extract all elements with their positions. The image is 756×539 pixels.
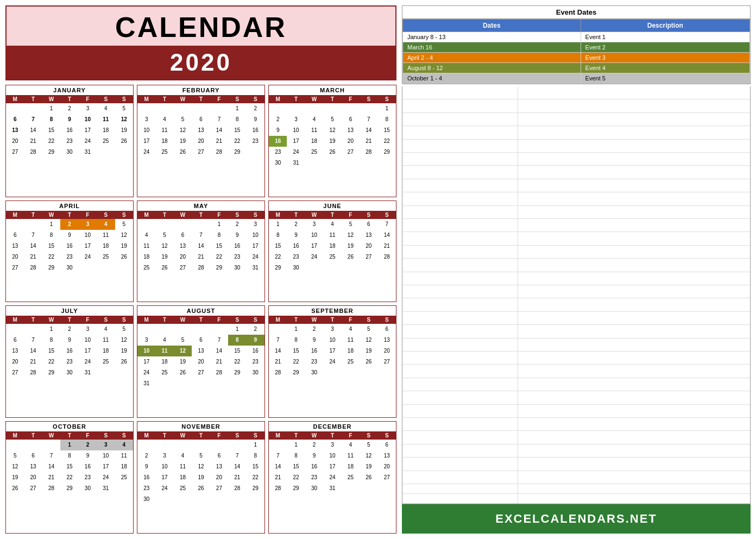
day-cell: 28 <box>360 147 377 158</box>
day-header: F <box>210 95 228 103</box>
month-calendar-june: JUNEMTWTFSS12345678910111213141516171819… <box>268 200 396 302</box>
day-cell-empty <box>137 324 155 335</box>
note-desc-cell <box>518 484 750 493</box>
day-cell: 21 <box>192 252 210 262</box>
day-cell: 17 <box>323 461 341 472</box>
day-header: S <box>360 95 377 103</box>
note-row <box>402 494 750 504</box>
month-header: JULY <box>6 306 133 316</box>
month-header: FEBRUARY <box>137 85 264 95</box>
day-cell: 1 <box>287 440 305 450</box>
day-cell: 25 <box>323 252 341 262</box>
day-header: S <box>378 95 396 103</box>
day-cell: 10 <box>305 230 323 241</box>
day-cell: 5 <box>115 103 133 114</box>
event-description-cell: Event 4 <box>581 63 749 73</box>
month-calendar-october: OCTOBERMTWTFSS12345678910111213141516171… <box>5 421 134 534</box>
month-calendar-january: JANUARYMTWTFSS12345678910111213141516171… <box>5 85 134 197</box>
note-row <box>402 325 750 338</box>
day-cell: 24 <box>323 472 341 483</box>
day-cell: 2 <box>247 103 264 114</box>
month-calendar-august: AUGUSTMTWTFSS123456789101112131415161718… <box>137 305 265 418</box>
day-cell: 3 <box>323 324 341 335</box>
day-cell: 29 <box>378 147 396 158</box>
day-cell: 2 <box>60 219 78 230</box>
note-row <box>402 166 750 179</box>
day-header: W <box>42 95 60 103</box>
note-date-cell <box>402 365 518 377</box>
day-cell: 1 <box>247 440 264 450</box>
day-cell: 22 <box>42 136 60 147</box>
day-cell: 22 <box>228 356 246 367</box>
note-date-cell <box>402 431 518 443</box>
day-header: T <box>323 211 341 219</box>
days-grid: 1234567891011121314151617181920212223242… <box>269 103 396 168</box>
day-cell: 31 <box>247 262 264 273</box>
day-cell: 27 <box>6 367 24 378</box>
day-cell: 27 <box>6 262 24 273</box>
day-cell: 19 <box>115 125 133 136</box>
day-cell: 28 <box>210 147 228 158</box>
day-cell: 14 <box>210 125 228 136</box>
month-header: DECEMBER <box>269 422 396 431</box>
day-cell-empty <box>97 147 115 158</box>
day-cell: 1 <box>287 324 305 335</box>
day-cell: 5 <box>115 219 133 230</box>
day-cell: 21 <box>24 136 42 147</box>
day-cell: 3 <box>137 335 155 346</box>
day-cell: 15 <box>247 461 264 472</box>
day-header: M <box>6 211 24 219</box>
day-cell: 11 <box>115 450 133 461</box>
event-dates-cell: August 8 - 12 <box>403 63 581 73</box>
day-cell: 9 <box>79 450 97 461</box>
day-header: F <box>210 316 228 324</box>
day-cell: 3 <box>287 114 305 125</box>
day-cell-empty <box>305 103 323 114</box>
day-header: T <box>60 211 78 219</box>
day-cell: 7 <box>210 335 228 346</box>
note-row <box>402 352 750 365</box>
day-cell: 19 <box>174 356 192 367</box>
day-cell: 3 <box>155 450 173 461</box>
month-calendar-december: DECEMBERMTWTFSS1234567891011121314151617… <box>268 421 396 534</box>
event-dates-cell: March 16 <box>403 42 581 53</box>
day-cell: 6 <box>360 219 377 230</box>
day-cell: 14 <box>210 346 228 356</box>
day-cell-empty <box>210 440 228 450</box>
note-date-cell <box>402 259 518 271</box>
day-cell: 28 <box>228 483 246 494</box>
day-cell: 20 <box>378 461 396 472</box>
day-cell: 16 <box>287 241 305 252</box>
day-cell: 23 <box>228 252 246 262</box>
day-cell: 15 <box>378 125 396 136</box>
day-cell: 6 <box>6 230 24 241</box>
note-date-cell <box>402 86 518 99</box>
day-cell-empty <box>228 494 246 505</box>
note-desc-cell <box>518 153 750 165</box>
month-header: AUGUST <box>137 306 264 316</box>
day-cell: 5 <box>342 219 360 230</box>
day-cell: 18 <box>97 241 115 252</box>
note-row <box>402 365 750 378</box>
day-headers: MTWTFSS <box>137 211 264 219</box>
day-cell: 27 <box>192 147 210 158</box>
day-cell-empty <box>269 440 287 450</box>
day-header: S <box>97 211 115 219</box>
day-header: W <box>42 431 60 440</box>
day-cell: 23 <box>60 252 78 262</box>
note-row <box>402 86 750 99</box>
day-cell: 12 <box>174 346 192 356</box>
main-container: CALENDAR 2020 JANUARYMTWTFSS123456789101… <box>0 0 756 539</box>
day-cell: 28 <box>192 262 210 273</box>
month-calendar-april: APRILMTWTFSS1234567891011121314151617181… <box>5 200 134 302</box>
day-header: M <box>137 95 155 103</box>
day-cell: 14 <box>24 125 42 136</box>
day-cell: 20 <box>210 472 228 483</box>
day-cell: 24 <box>79 136 97 147</box>
day-cell: 6 <box>192 114 210 125</box>
day-header: T <box>287 316 305 324</box>
day-cell: 25 <box>155 367 173 378</box>
day-cell-empty <box>137 103 155 114</box>
day-cell: 12 <box>342 230 360 241</box>
day-cell: 9 <box>247 114 264 125</box>
